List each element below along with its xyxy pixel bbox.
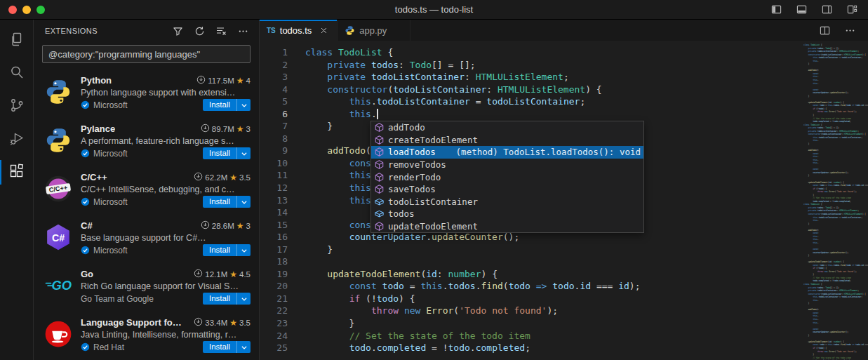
install-dropdown-button[interactable] bbox=[236, 99, 251, 111]
extension-publisher: Red Hat bbox=[93, 342, 124, 352]
code-line[interactable]: 24 // Set the state of the todo item bbox=[260, 330, 868, 342]
activity-bar-item-source-control[interactable] bbox=[0, 90, 34, 123]
code-line[interactable]: 3 private todoListContainer: HTMLUListEl… bbox=[260, 71, 868, 84]
extension-publisher: Microsoft bbox=[93, 246, 128, 255]
extension-item-csharp[interactable]: C# C# 28.6M ★ 3 Base language support fo… bbox=[34, 214, 259, 262]
cpp-extension-icon: C/C++ bbox=[44, 174, 73, 204]
extension-stats: 89.7M ★ 3 bbox=[196, 124, 251, 134]
star-icon: ★ bbox=[236, 124, 244, 134]
tab-todos.ts[interactable]: TStodos.ts bbox=[260, 20, 338, 41]
suggest-item-createTodoElement[interactable]: createTodoElement bbox=[371, 134, 643, 147]
code-line[interactable]: 18 bbox=[260, 255, 868, 268]
minimize-window-button[interactable] bbox=[22, 6, 31, 14]
toggle-panel-icon[interactable] bbox=[794, 2, 809, 18]
field-icon bbox=[373, 196, 385, 207]
extension-search-input[interactable] bbox=[42, 45, 251, 63]
extension-description: Java Linting, Intellisense, formatting, … bbox=[81, 330, 251, 340]
python-file-icon bbox=[345, 25, 355, 36]
text-cursor bbox=[377, 109, 378, 119]
line-number: 25 bbox=[260, 342, 288, 354]
downloads-icon bbox=[194, 269, 203, 279]
extension-description: C/C++ IntelliSense, debugging, and c… bbox=[81, 185, 251, 194]
suggest-detail: (method) TodoList.loadTodos(): void bbox=[456, 147, 641, 157]
code-line[interactable]: 6 this. bbox=[260, 108, 868, 121]
install-button[interactable]: Install bbox=[203, 293, 236, 305]
zoom-window-button[interactable] bbox=[36, 6, 45, 14]
more-actions-icon[interactable] bbox=[235, 23, 251, 39]
minimap[interactable]: class TodoList { private todos: Todo[] =… bbox=[803, 41, 868, 360]
activity-bar-item-run-debug[interactable] bbox=[0, 123, 34, 156]
editor-more-actions-icon[interactable] bbox=[841, 22, 858, 39]
install-button[interactable]: Install bbox=[203, 244, 236, 256]
install-button[interactable]: Install bbox=[203, 341, 236, 353]
activity-bar-item-explorer[interactable] bbox=[0, 24, 34, 57]
code-line[interactable]: 19 updateTodoElement(id: number) { bbox=[260, 268, 868, 281]
line-number: 16 bbox=[260, 231, 288, 244]
chevron-down-icon bbox=[241, 344, 248, 351]
code-line[interactable]: 25 todo.completed = !todo.completed; bbox=[260, 342, 868, 354]
install-dropdown-button[interactable] bbox=[236, 196, 251, 208]
extension-item-pylance[interactable]: Pylance 89.7M ★ 3 A performant, feature-… bbox=[34, 117, 259, 166]
filter-icon[interactable] bbox=[170, 23, 185, 39]
close-window-button[interactable] bbox=[8, 6, 17, 14]
window-controls bbox=[8, 6, 45, 14]
title-bar: todos.ts — todo-list bbox=[0, 0, 868, 20]
suggest-item-removeTodos[interactable]: removeTodos bbox=[371, 159, 643, 171]
code-line[interactable]: 22 throw new Error('Todo not found'); bbox=[260, 305, 868, 317]
pylance-extension-icon bbox=[44, 126, 73, 155]
suggest-item-updateTodoElement[interactable]: updateTodoElement bbox=[371, 220, 643, 233]
split-editor-icon[interactable] bbox=[816, 22, 833, 39]
code-line[interactable]: 1class TodoList { bbox=[260, 46, 868, 59]
suggest-label: todos bbox=[388, 208, 415, 219]
line-number: 19 bbox=[260, 268, 288, 281]
activity-bar-item-extensions[interactable] bbox=[0, 156, 34, 189]
tab-app.py[interactable]: app.py bbox=[338, 20, 410, 41]
toggle-secondary-sidebar-icon[interactable] bbox=[819, 2, 834, 18]
code-line[interactable]: 4 constructor(todoListContainer: HTMLULi… bbox=[260, 84, 868, 96]
install-dropdown-button[interactable] bbox=[236, 244, 251, 256]
code-line[interactable]: 23 } bbox=[260, 317, 868, 330]
install-dropdown-button[interactable] bbox=[236, 147, 251, 159]
toggle-primary-sidebar-icon[interactable] bbox=[768, 2, 784, 18]
line-number: 9 bbox=[260, 145, 288, 157]
suggest-item-addTodo[interactable]: addTodo bbox=[371, 121, 643, 134]
install-button[interactable]: Install bbox=[203, 196, 236, 208]
star-icon: ★ bbox=[229, 318, 237, 328]
install-button[interactable]: Install bbox=[203, 99, 236, 111]
extension-name: C# bbox=[81, 220, 93, 231]
rating-value: 3.5 bbox=[239, 173, 251, 182]
line-number: 11 bbox=[260, 169, 288, 182]
suggest-item-todoListContainer[interactable]: todoListContainer bbox=[371, 196, 643, 208]
code-line[interactable]: 20 const todo = this.todos.find(todo => … bbox=[260, 280, 868, 293]
customize-layout-icon[interactable] bbox=[844, 2, 860, 18]
suggest-item-saveTodos[interactable]: saveTodos bbox=[371, 183, 643, 196]
suggest-item-renderTodo[interactable]: renderTodo bbox=[371, 171, 643, 183]
suggest-item-loadTodos[interactable]: loadTodos(method) TodoList.loadTodos(): … bbox=[371, 146, 643, 159]
refresh-icon[interactable] bbox=[192, 23, 207, 39]
code-line[interactable]: 2 private todos: Todo[] = []; bbox=[260, 59, 868, 72]
install-dropdown-button[interactable] bbox=[236, 293, 251, 305]
install-dropdown-button[interactable] bbox=[236, 341, 251, 353]
tab-bar: TStodos.tsapp.py bbox=[260, 20, 868, 41]
code-line[interactable]: 5 this.todoListContainer = todoListConta… bbox=[260, 95, 868, 108]
extension-description: Python language support with extensi… bbox=[81, 88, 251, 98]
suggest-item-todos[interactable]: todos bbox=[371, 208, 643, 220]
extension-item-go[interactable]: GO Go 12.1M ★ 4.5 Rich Go language suppo… bbox=[34, 262, 259, 311]
install-button[interactable]: Install bbox=[203, 147, 236, 159]
extensions-sidebar: EXTENSIONS bbox=[34, 20, 260, 360]
extension-item-cpp[interactable]: C/C++ C/C++ 62.2M ★ 3.5 C/C++ IntelliSen… bbox=[34, 166, 259, 214]
close-tab-icon[interactable] bbox=[317, 24, 330, 36]
downloads-icon bbox=[196, 75, 206, 86]
line-number: 22 bbox=[260, 305, 288, 317]
extension-item-java[interactable]: Language Support fo… 33.4M ★ 3.5 Java Li… bbox=[34, 311, 259, 359]
extension-stats: 12.1M ★ 4.5 bbox=[189, 269, 251, 279]
extension-item-python[interactable]: Python 117.5M ★ 4 Python language suppor… bbox=[34, 69, 259, 117]
code-line[interactable]: 21 if (!todo) { bbox=[260, 293, 868, 305]
method-icon bbox=[373, 171, 385, 182]
tab-label: todos.ts bbox=[280, 25, 312, 36]
activity-bar-item-search[interactable] bbox=[0, 57, 34, 90]
star-icon: ★ bbox=[229, 173, 237, 182]
code-line[interactable]: 17 } bbox=[260, 244, 868, 256]
editor[interactable]: 1class TodoList {2 private todos: Todo[]… bbox=[260, 41, 868, 360]
clear-extension-search-icon[interactable] bbox=[213, 23, 229, 39]
